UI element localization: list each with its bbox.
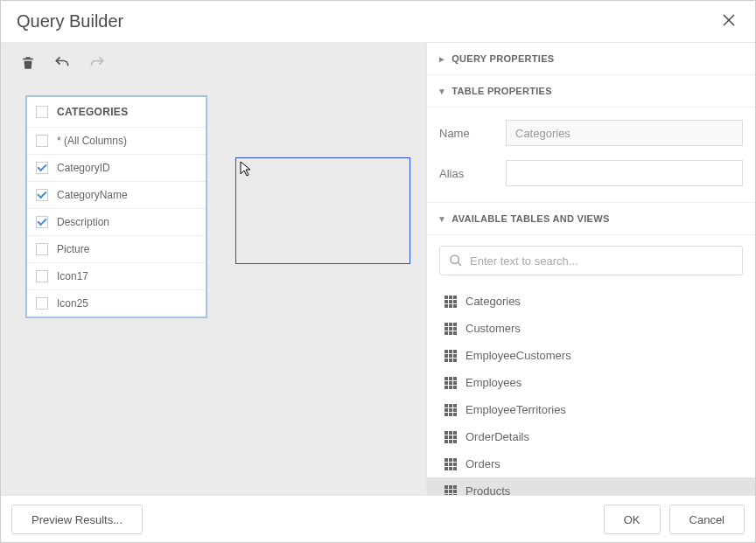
search-row	[427, 235, 755, 282]
table-panel-header[interactable]: CATEGORIES	[27, 97, 206, 128]
svg-rect-14	[449, 323, 452, 326]
svg-rect-10	[444, 304, 448, 308]
search-input[interactable]	[470, 254, 733, 268]
svg-rect-49	[444, 431, 448, 435]
available-table-item[interactable]: Customers	[427, 315, 755, 342]
column-row[interactable]: CategoryID	[27, 155, 206, 182]
column-label: * (All Columns)	[57, 135, 127, 147]
titlebar: Query Builder	[1, 1, 755, 43]
svg-rect-73	[444, 494, 448, 496]
column-row[interactable]: Picture	[27, 236, 206, 263]
table-alias-row: Alias	[427, 153, 755, 193]
svg-rect-70	[444, 490, 448, 493]
table-panel-categories[interactable]: CATEGORIES * (All Columns)CategoryIDCate…	[25, 95, 207, 318]
svg-rect-53	[449, 435, 452, 439]
window-title: Query Builder	[17, 11, 123, 31]
svg-rect-36	[453, 381, 457, 385]
section-query-properties[interactable]: ► QUERY PROPERTIES	[427, 43, 755, 75]
table-alias-input[interactable]	[506, 160, 743, 186]
trash-icon	[20, 55, 36, 71]
table-label: OrderDetails	[466, 430, 529, 443]
column-checkbox[interactable]	[36, 297, 48, 310]
table-label: Products	[466, 484, 510, 495]
column-row[interactable]: Icon25	[27, 290, 206, 317]
column-row[interactable]: * (All Columns)	[27, 128, 206, 155]
column-checkbox[interactable]	[36, 162, 48, 174]
available-table-item[interactable]: OrderDetails	[427, 423, 755, 450]
available-table-item[interactable]: Categories	[427, 288, 755, 315]
table-icon	[444, 350, 457, 362]
column-row[interactable]: Description	[27, 209, 206, 236]
svg-rect-16	[444, 327, 448, 331]
svg-rect-52	[444, 435, 448, 439]
properties-sidebar: ► QUERY PROPERTIES ▼ TABLE PROPERTIES Na…	[427, 43, 755, 495]
section-available-tables[interactable]: ▼ AVAILABLE TABLES AND VIEWS	[427, 203, 755, 235]
svg-rect-71	[449, 490, 452, 493]
svg-rect-24	[453, 350, 457, 353]
svg-rect-75	[453, 494, 457, 496]
svg-rect-54	[453, 435, 457, 439]
column-row[interactable]: Icon17	[27, 263, 206, 290]
svg-rect-65	[449, 467, 452, 470]
column-checkbox[interactable]	[36, 216, 48, 228]
section-table-properties[interactable]: ▼ TABLE PROPERTIES	[427, 75, 755, 108]
redo-button[interactable]	[88, 54, 106, 72]
table-label: Employees	[466, 376, 522, 389]
table-icon	[444, 377, 457, 389]
available-tables-list[interactable]: CategoriesCustomersEmployeeCustomersEmpl…	[427, 282, 755, 495]
svg-point-2	[451, 255, 458, 263]
table-panel-title: CATEGORIES	[57, 106, 128, 118]
available-table-item[interactable]: EmployeeCustomers	[427, 342, 755, 369]
svg-rect-32	[449, 377, 452, 380]
section-title: TABLE PROPERTIES	[452, 86, 552, 96]
table-name-input[interactable]	[506, 120, 743, 146]
column-row[interactable]: CategoryName	[27, 182, 206, 209]
preview-results-button[interactable]: Preview Results...	[11, 505, 143, 534]
svg-rect-63	[453, 463, 457, 466]
caret-down-icon: ▼	[438, 87, 446, 96]
alias-label: Alias	[439, 167, 506, 180]
svg-rect-21	[453, 331, 457, 335]
column-checkbox[interactable]	[36, 189, 48, 201]
table-label: Categories	[466, 295, 521, 308]
column-checkbox[interactable]	[36, 270, 48, 282]
svg-rect-31	[444, 377, 448, 380]
svg-rect-42	[453, 404, 457, 407]
svg-rect-50	[449, 431, 452, 435]
select-all-checkbox[interactable]	[36, 106, 48, 118]
available-table-item[interactable]: EmployeeTerritories	[427, 396, 755, 423]
svg-line-3	[458, 262, 461, 266]
cancel-button[interactable]: Cancel	[669, 505, 745, 534]
column-label: Icon25	[57, 297, 88, 310]
close-button[interactable]	[718, 8, 739, 35]
available-table-item[interactable]: Orders	[427, 450, 755, 477]
delete-button[interactable]	[20, 55, 36, 71]
column-checkbox[interactable]	[36, 135, 48, 147]
undo-button[interactable]	[53, 54, 71, 72]
svg-rect-7	[444, 300, 448, 303]
table-icon	[444, 485, 457, 496]
svg-rect-13	[444, 323, 448, 326]
svg-rect-40	[444, 404, 448, 407]
search-icon	[449, 254, 463, 268]
svg-rect-30	[453, 359, 457, 362]
ok-button[interactable]: OK	[604, 505, 661, 534]
svg-rect-9	[453, 300, 457, 303]
available-table-item[interactable]: Products	[427, 477, 755, 495]
svg-rect-38	[449, 386, 452, 389]
svg-rect-18	[453, 327, 457, 331]
column-label: Icon17	[57, 270, 88, 282]
table-label: Orders	[466, 457, 500, 470]
svg-rect-56	[449, 440, 452, 443]
svg-rect-43	[444, 408, 448, 412]
table-icon	[444, 458, 457, 470]
column-label: CategoryID	[57, 162, 110, 174]
svg-rect-68	[449, 485, 452, 489]
available-table-item[interactable]: Employees	[427, 369, 755, 396]
column-label: Description	[57, 216, 109, 228]
search-box[interactable]	[439, 246, 743, 275]
canvas-area[interactable]: CATEGORIES * (All Columns)CategoryIDCate…	[1, 43, 427, 495]
column-label: CategoryName	[57, 189, 128, 201]
column-label: Picture	[57, 243, 89, 255]
column-checkbox[interactable]	[36, 243, 48, 255]
